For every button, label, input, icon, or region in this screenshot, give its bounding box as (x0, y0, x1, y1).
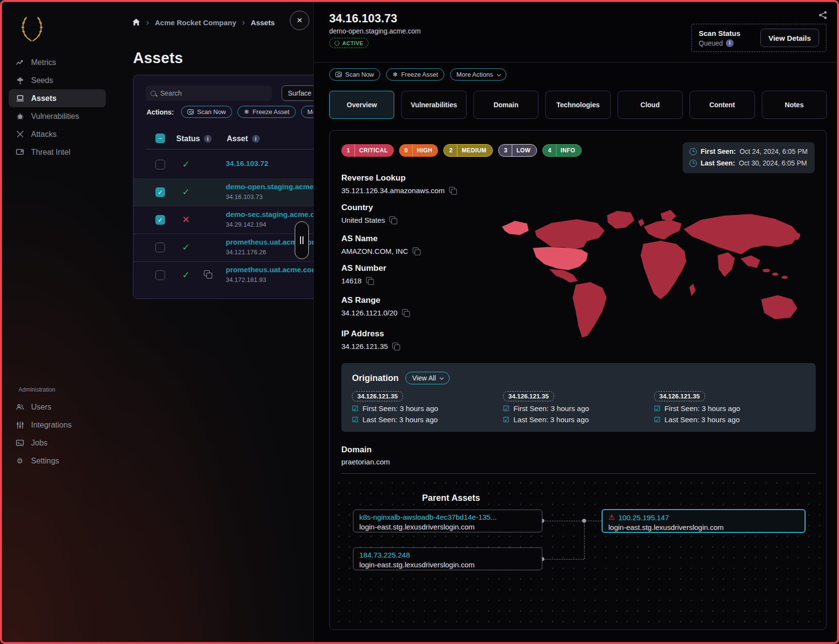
severity-badges: 1CRITICAL 0HIGH 2MEDIUM 3LOW 4INFO (341, 144, 582, 157)
parent-asset-node-selected[interactable]: ⚠100.25.195.147 login-east.stg.lexusdriv… (602, 509, 805, 533)
column-header-asset[interactable]: Asset i (227, 134, 260, 143)
row-checkbox[interactable]: ✓ (155, 215, 165, 225)
sidebar-admin-section: Administration Users Integrations (9, 386, 111, 470)
sidebar-item-label: Metrics (31, 58, 56, 67)
sidebar-item-attacks[interactable]: Attacks (9, 125, 106, 143)
scan-status-label: Scan Status (699, 29, 740, 37)
asset-detail-panel: 34.16.103.73 demo-open.staging.acme.com … (313, 2, 839, 642)
clock-icon (689, 160, 697, 167)
asset-link[interactable]: demo-sec.staging.acme.com (226, 210, 325, 218)
copy-icon[interactable] (392, 343, 399, 350)
asset-ip: 34.121.176.26 (226, 248, 266, 256)
snowflake-icon: ❄ (244, 108, 249, 116)
sidebar-item-label: Jobs (31, 439, 48, 447)
copy-icon[interactable] (449, 187, 456, 194)
home-icon[interactable] (132, 18, 140, 27)
map-canada (535, 219, 604, 250)
scan-now-button[interactable]: Scan Now (181, 106, 232, 118)
laptop-icon (16, 95, 24, 101)
asset-link[interactable]: prometheus.uat.acme.com (226, 265, 318, 274)
origination-ip-pill[interactable]: 34.126.121.35 (503, 391, 554, 401)
search-box[interactable] (146, 85, 272, 101)
info-icon[interactable]: i (252, 135, 260, 143)
sidebar-item-jobs[interactable]: Jobs (9, 434, 111, 452)
scan-now-button[interactable]: Scan Now (329, 68, 380, 81)
sidebar-item-threat-intel[interactable]: Threat Intel (9, 143, 106, 161)
header-divider (314, 62, 839, 63)
more-actions-button[interactable]: More Actions (450, 68, 506, 81)
sidebar-item-vulnerabilities[interactable]: Vulnerabilities (9, 107, 106, 125)
info-icon[interactable]: i (204, 135, 212, 143)
parent-asset-node[interactable]: k8s-nginxalb-awsloadb-4ec37bd14e-135... … (353, 510, 542, 532)
row-checkbox[interactable] (155, 243, 165, 252)
parent-asset-node[interactable]: 184.73.225.248 login-east.stg.lexusdrive… (353, 547, 542, 570)
scan-status-value: Queued (699, 39, 723, 47)
severity-high-badge[interactable]: 0HIGH (399, 144, 438, 157)
tab-technologies[interactable]: Technologies (545, 91, 610, 119)
row-checkbox[interactable]: ✓ (155, 187, 165, 197)
left-region: Metrics Seeds Assets (2, 2, 313, 642)
view-details-button[interactable]: View Details (760, 29, 819, 47)
copy-icon[interactable] (389, 216, 396, 224)
severity-critical-badge[interactable]: 1CRITICAL (341, 144, 394, 157)
severity-low-badge[interactable]: 3LOW (498, 144, 537, 157)
sidebar-item-settings[interactable]: ⚙ Settings (9, 452, 111, 470)
search-input[interactable] (160, 89, 257, 97)
tab-vulnerabilities[interactable]: Vulnerabilities (401, 91, 466, 119)
info-icon[interactable]: i (726, 39, 734, 47)
tab-content[interactable]: Content (689, 91, 755, 119)
tab-overview[interactable]: Overview (329, 91, 394, 119)
parent-assets-graph[interactable]: Parent Assets k8s-nginxalb-awsloadb-4ec3… (330, 474, 826, 630)
field-as-number: AS Number 14618 (341, 264, 386, 285)
view-all-button[interactable]: View All (405, 372, 450, 384)
world-map (483, 203, 818, 345)
copy-icon[interactable] (413, 248, 420, 255)
asset-link[interactable]: 34.16.103.72 (226, 159, 268, 167)
sidebar-item-label: Integrations (31, 421, 72, 429)
freeze-asset-button[interactable]: ❄ Freeze Asset (237, 106, 296, 118)
origination-entry: 34.126.121.35 ☑First Seen: 3 hours ago ☑… (352, 391, 503, 424)
panel-resize-handle[interactable] (295, 221, 309, 259)
close-panel-button[interactable]: ✕ (290, 11, 309, 30)
sidebar-item-integrations[interactable]: Integrations (9, 416, 111, 434)
sidebar-item-metrics[interactable]: Metrics (9, 53, 106, 71)
origination-ip-pill[interactable]: 34.126.121.35 (654, 391, 705, 401)
share-icon[interactable] (819, 11, 827, 21)
breadcrumb-section[interactable]: Assets (251, 18, 275, 27)
map-se-asia (740, 255, 760, 268)
breadcrumb-company[interactable]: Acme Rocket Company (155, 18, 236, 27)
copy-icon[interactable] (366, 277, 373, 284)
sidebar-item-seeds[interactable]: Seeds (9, 71, 106, 89)
tab-notes[interactable]: Notes (762, 91, 827, 119)
column-header-status[interactable]: Status i (176, 134, 212, 143)
parent-assets-title: Parent Assets (398, 493, 504, 503)
copy-icon[interactable] (402, 309, 409, 316)
row-checkbox[interactable] (155, 160, 165, 169)
tab-cloud[interactable]: Cloud (618, 91, 683, 119)
calendar-check-icon: ☑ (503, 416, 509, 423)
domain-value: praetorian.com (341, 458, 390, 466)
sidebar-item-users[interactable]: Users (9, 398, 111, 416)
search-icon (151, 91, 156, 96)
map-india (718, 252, 735, 277)
monitor-icon (16, 149, 24, 156)
freeze-asset-button[interactable]: ❄ Freeze Asset (386, 68, 444, 81)
severity-medium-badge[interactable]: 2MEDIUM (443, 144, 493, 157)
origination-entry: 34.126.121.35 ☑First Seen: 3 hours ago ☑… (654, 391, 805, 424)
crossed-swords-icon (16, 131, 24, 138)
domain-label: Domain (341, 445, 371, 455)
sidebar-item-assets[interactable]: Assets (9, 89, 106, 107)
severity-info-badge[interactable]: 4INFO (542, 144, 582, 157)
row-checkbox[interactable] (155, 270, 165, 280)
status-check-icon: ✓ (182, 269, 190, 281)
tab-domain[interactable]: Domain (473, 91, 538, 119)
asset-ip: 34.16.103.73 (226, 193, 263, 200)
calendar-check-icon: ☑ (352, 416, 358, 423)
map-greenland (607, 211, 635, 229)
calendar-check-icon: ☑ (352, 405, 358, 412)
breadcrumb: › Acme Rocket Company › Assets (132, 17, 275, 28)
select-all-checkbox[interactable]: − (155, 133, 165, 143)
sidebar: Metrics Seeds Assets (2, 2, 118, 642)
trend-icon (16, 60, 24, 66)
origination-ip-pill[interactable]: 34.126.121.35 (352, 391, 403, 401)
